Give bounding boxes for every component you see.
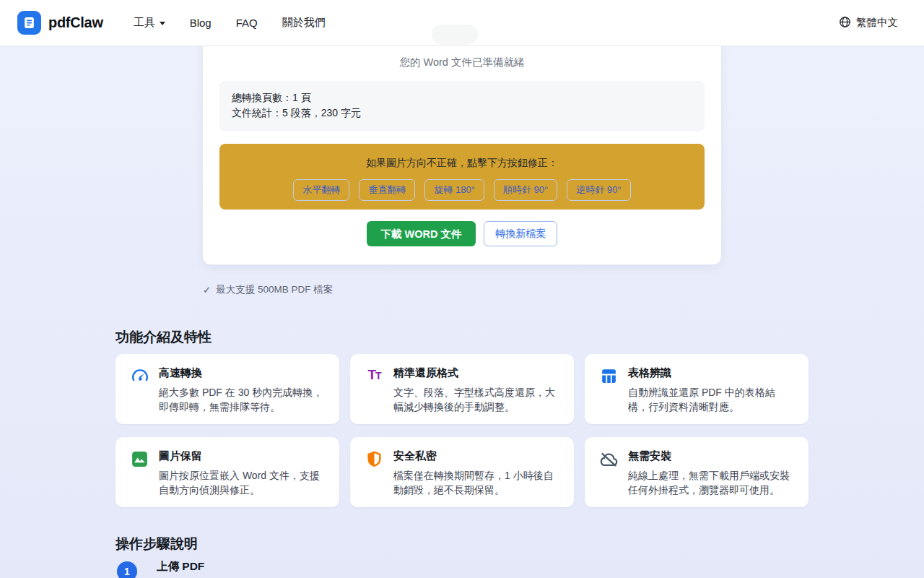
partial-success-icon [432, 25, 478, 45]
step-item-1: 1 上傳 PDF 將檔案拖拉到上傳區，或點擊「選擇檔案」按鈕選擇本機 PDF（最… [117, 559, 507, 578]
check-icon: ✓ [203, 284, 211, 296]
max-size-note-text: 最大支援 500MB PDF 檔案 [216, 283, 333, 296]
flip-horizontal-button[interactable]: 水平翻轉 [293, 179, 349, 201]
rotate-cw-90-button[interactable]: 順時針 90° [494, 179, 557, 201]
page-root: 您的 Word 文件已準備就緒 總轉換頁數：1 頁 文件統計：5 段落，230 … [0, 0, 924, 578]
nav-item-blog[interactable]: Blog [190, 17, 212, 29]
nav-item-faq[interactable]: FAQ [236, 17, 258, 29]
feature-title: 安全私密 [393, 449, 559, 463]
typography-icon: TT [365, 367, 384, 387]
rotate-ccw-90-button[interactable]: 逆時針 90° [567, 179, 630, 201]
feature-desc: 絕大多數 PDF 在 30 秒內完成轉換，即傳即轉，無需排隊等待。 [159, 385, 325, 414]
feature-desc: 文字、段落、字型樣式高度還原，大幅減少轉換後的手動調整。 [393, 385, 559, 414]
features-section-title: 功能介紹及特性 [116, 328, 212, 347]
feature-card-speed: 高速轉換 絕大多數 PDF 在 30 秒內完成轉換，即傳即轉，無需排隊等待。 [116, 354, 339, 424]
nav-links: 工具 Blog FAQ 關於我們 [134, 16, 326, 30]
orientation-fix-title: 如果圖片方向不正確，點擊下方按鈕修正： [219, 157, 705, 170]
nav-item-tools[interactable]: 工具 [134, 16, 165, 30]
chevron-down-icon [160, 22, 165, 25]
brand-name: pdfClaw [48, 14, 103, 31]
orientation-fix-panel: 如果圖片方向不正確，點擊下方按鈕修正： 水平翻轉 垂直翻轉 旋轉 180° 順時… [219, 144, 705, 210]
feature-title: 高速轉換 [159, 366, 325, 380]
feature-title: 圖片保留 [159, 449, 325, 463]
steps-section-title: 操作步驟說明 [116, 535, 198, 553]
feature-desc: 自動辨識並還原 PDF 中的表格結構，行列資料清晰對應。 [628, 385, 794, 414]
feature-title: 表格辨識 [628, 366, 794, 380]
feature-card-table: 表格辨識 自動辨識並還原 PDF 中的表格結構，行列資料清晰對應。 [585, 354, 808, 424]
step-number-badge: 1 [117, 561, 137, 578]
conversion-stats-box: 總轉換頁數：1 頁 文件統計：5 段落，230 字元 [219, 81, 705, 131]
brand[interactable]: pdfClaw [17, 11, 103, 35]
orientation-buttons-row: 水平翻轉 垂直翻轉 旋轉 180° 順時針 90° 逆時針 90° [219, 179, 705, 201]
feature-card-no-install: 無需安裝 純線上處理，無需下載用戶端或安裝任何外掛程式，瀏覽器即可使用。 [585, 437, 808, 507]
feature-desc: 檔案僅在轉換期間暫存，1 小時後自動銷毀，絕不長期保留。 [393, 468, 559, 497]
pdfclaw-logo-icon [17, 11, 41, 35]
table-icon [599, 367, 619, 387]
rotate-180-button[interactable]: 旋轉 180° [424, 179, 484, 201]
feature-card-image: 圖片保留 圖片按原位置嵌入 Word 文件，支援自動方向偵測與修正。 [116, 437, 339, 507]
feature-card-security: 安全私密 檔案僅在轉換期間暫存，1 小時後自動銷毀，絕不長期保留。 [350, 437, 574, 507]
stats-document: 文件統計：5 段落，230 字元 [232, 105, 692, 121]
image-icon [130, 450, 149, 470]
download-word-button[interactable]: 下載 WORD 文件 [367, 221, 476, 246]
shield-icon [365, 450, 384, 470]
step-title: 上傳 PDF [157, 559, 507, 574]
ready-status-text: 您的 Word 文件已準備就緒 [202, 56, 722, 69]
feature-card-format: TT 精準還原格式 文字、段落、字型樣式高度還原，大幅減少轉換後的手動調整。 [350, 354, 574, 424]
result-actions-row: 下載 WORD 文件 轉換新檔案 [202, 221, 722, 246]
language-label: 繁體中文 [856, 16, 898, 30]
feature-title: 精準還原格式 [393, 366, 559, 380]
feature-desc: 純線上處理，無需下載用戶端或安裝任何外掛程式，瀏覽器即可使用。 [628, 468, 794, 497]
convert-new-file-button[interactable]: 轉換新檔案 [484, 221, 557, 246]
cloud-off-icon [599, 450, 619, 470]
language-selector[interactable]: 繁體中文 [839, 16, 898, 30]
max-size-note: ✓ 最大支援 500MB PDF 檔案 [203, 283, 333, 296]
globe-icon [839, 16, 851, 30]
feature-title: 無需安裝 [628, 449, 794, 463]
stats-pages: 總轉換頁數：1 頁 [232, 90, 692, 105]
nav-item-about[interactable]: 關於我們 [282, 16, 326, 30]
speed-icon [130, 367, 149, 387]
feature-desc: 圖片按原位置嵌入 Word 文件，支援自動方向偵測與修正。 [159, 468, 325, 497]
flip-vertical-button[interactable]: 垂直翻轉 [359, 179, 415, 201]
features-grid: 高速轉換 絕大多數 PDF 在 30 秒內完成轉換，即傳即轉，無需排隊等待。 T… [116, 354, 808, 507]
